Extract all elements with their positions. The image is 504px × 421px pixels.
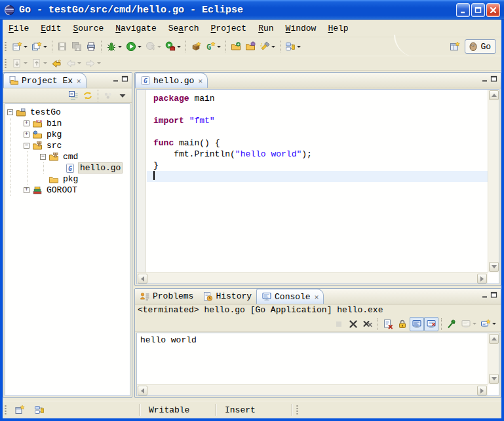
tree-item-bin[interactable]: +bin [5, 118, 130, 129]
tree-item-pkg[interactable]: pkg [5, 174, 130, 185]
new-go-package-button[interactable] [189, 39, 203, 54]
code-area[interactable]: package mainimport "fmt"func main() { fm… [147, 90, 488, 272]
scroll-up-button[interactable] [489, 90, 499, 100]
p-max-icon [121, 75, 128, 82]
tree-item-cmd[interactable]: −cmd [5, 151, 130, 162]
menu-run[interactable]: Run [252, 22, 279, 35]
editor-area[interactable]: package mainimport "fmt"func main() { fm… [136, 89, 499, 284]
statusbar-separator [140, 404, 141, 416]
menu-edit[interactable]: Edit [35, 22, 67, 35]
maximize-panel-button[interactable] [490, 73, 497, 85]
maximize-button[interactable] [471, 3, 485, 17]
menu-source[interactable]: Source [67, 22, 109, 35]
close-editor-icon[interactable]: ✕ [198, 77, 203, 85]
link-editor-button[interactable] [81, 88, 95, 103]
dropdown-arrow[interactable] [271, 46, 275, 48]
go-tool-button[interactable] [283, 39, 303, 54]
menu-help[interactable]: Help [322, 22, 354, 35]
tree-item-src[interactable]: −src [5, 140, 130, 151]
import-button[interactable] [229, 39, 243, 54]
editor-vertical-scrollbar[interactable] [488, 90, 499, 272]
menu-project[interactable]: Project [205, 22, 253, 35]
close-view-icon[interactable]: ✕ [315, 293, 319, 301]
console-horizontal-scrollbar[interactable] [137, 384, 488, 395]
print-button[interactable] [84, 39, 98, 54]
project-explorer-tab[interactable]: Project Ex✕ [3, 73, 87, 88]
tab-history[interactable]: History [198, 289, 256, 304]
open-perspective-button[interactable] [448, 39, 462, 54]
statusbar-grip[interactable] [5, 405, 7, 415]
new-go-file-button[interactable] [29, 39, 49, 54]
dropdown-arrow[interactable] [24, 46, 28, 48]
fastview-button[interactable] [12, 403, 27, 417]
clear-console-button[interactable] [381, 317, 395, 331]
scroll-left-button[interactable] [138, 386, 147, 395]
external-tools-button[interactable] [163, 39, 183, 54]
scroll-up-button[interactable] [489, 334, 499, 344]
dropdown-arrow[interactable] [43, 46, 47, 48]
new-wizard-button[interactable] [10, 39, 29, 54]
open-console-button[interactable] [478, 317, 498, 331]
editor-tab-hello-go[interactable]: hello.go✕ [135, 73, 208, 88]
scroll-down-button[interactable] [489, 374, 499, 384]
dropdown-arrow[interactable] [118, 46, 122, 48]
export-button[interactable] [243, 39, 258, 54]
title-bar[interactable]: Go - testGo/src/cmd/hello.go - Eclipse [0, 0, 504, 20]
explorer-content[interactable]: −testGo+bin+pkg−src−cmdhello.gopkg+GOROO… [5, 103, 130, 396]
go-perspective-button[interactable]: Go [465, 39, 496, 54]
new-go-element-button[interactable] [203, 39, 223, 54]
maximize-panel-button[interactable] [121, 73, 128, 85]
collapse-toggle-icon[interactable]: − [40, 154, 46, 160]
minimize-panel-button[interactable] [481, 73, 488, 85]
tree-item-GOROOT[interactable]: +GOROOT [5, 185, 130, 196]
collapse-toggle-icon[interactable]: − [7, 109, 13, 115]
menu-arrow-button[interactable] [115, 88, 130, 103]
console-err-button[interactable] [424, 317, 438, 331]
minimize-panel-button[interactable] [481, 289, 488, 301]
tree-item-hello-go[interactable]: hello.go [5, 162, 130, 174]
expand-toggle-icon[interactable]: + [24, 132, 29, 137]
tab-console[interactable]: Console✕ [256, 289, 324, 304]
run-button[interactable] [124, 39, 144, 54]
scroll-lock-button[interactable] [395, 317, 410, 331]
expand-toggle-icon[interactable]: + [24, 187, 29, 193]
console-vertical-scrollbar[interactable] [488, 333, 499, 384]
dropdown-arrow[interactable] [297, 46, 301, 48]
scroll-left-button[interactable] [138, 274, 147, 284]
menu-file[interactable]: File [3, 22, 35, 35]
toolbar-grip[interactable] [5, 41, 7, 52]
dropdown-arrow[interactable] [177, 46, 181, 48]
menu-window[interactable]: Window [280, 22, 322, 35]
collapse-toggle-icon[interactable]: − [24, 143, 29, 149]
remove-all-button[interactable] [360, 317, 375, 331]
scroll-down-button[interactable] [489, 262, 499, 272]
dropdown-arrow[interactable] [217, 46, 221, 48]
dropdown-arrow[interactable] [492, 323, 496, 325]
scroll-right-button[interactable] [477, 386, 487, 395]
expand-toggle-icon[interactable]: + [24, 120, 29, 126]
search-button[interactable] [258, 39, 277, 54]
statusbar-grip[interactable] [296, 405, 298, 415]
menu-navigate[interactable]: Navigate [109, 22, 162, 35]
dropdown-arrow[interactable] [138, 46, 142, 48]
maximize-panel-button[interactable] [490, 289, 497, 301]
minimize-button[interactable] [456, 3, 470, 17]
tree-item-pkg[interactable]: +pkg [5, 129, 130, 140]
close-view-icon[interactable]: ✕ [77, 77, 81, 85]
tree-item-testGo[interactable]: −testGo [5, 107, 130, 118]
tab-problems[interactable]: Problems [135, 289, 198, 304]
debug-button[interactable] [104, 39, 124, 54]
go-tool-button[interactable] [32, 403, 47, 417]
toolbar-grip[interactable] [5, 58, 7, 69]
minimize-panel-button[interactable] [112, 73, 119, 85]
collapse-all-button[interactable] [66, 88, 81, 103]
last-edit-button[interactable] [49, 56, 64, 71]
remove-launch-button[interactable] [346, 317, 360, 331]
console-output-area[interactable]: hello world [136, 333, 499, 396]
scroll-right-button[interactable] [477, 274, 487, 284]
close-button[interactable] [486, 3, 500, 17]
menu-search[interactable]: Search [163, 22, 205, 35]
pin-console-button[interactable] [444, 317, 459, 331]
console-out-button[interactable] [410, 317, 424, 331]
editor-horizontal-scrollbar[interactable] [137, 272, 488, 284]
